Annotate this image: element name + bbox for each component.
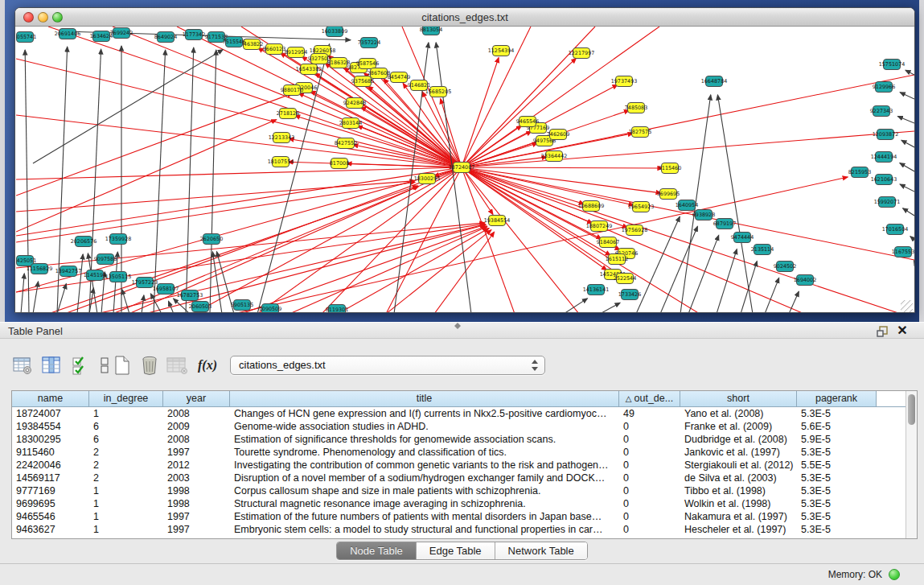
network-node[interactable]: 2135114 <box>751 245 774 255</box>
table-cell[interactable]: Disruption of a novel member of a sodium… <box>230 472 619 484</box>
network-node[interactable]: 9587546 <box>356 59 379 69</box>
network-node[interactable]: 8215953 <box>848 167 871 178</box>
new-table-icon[interactable] <box>111 354 133 377</box>
network-node[interactable]: 5905135 <box>231 300 253 311</box>
table-cell[interactable]: 5.3E-5 <box>797 497 877 510</box>
network-node[interactable]: 1177342 <box>183 30 205 40</box>
table-cell[interactable]: 5.3E-5 <box>797 407 877 420</box>
network-node[interactable]: 16782753 <box>177 290 203 301</box>
table-row[interactable]: 1872400712008Changes of HCN gene express… <box>12 407 906 420</box>
table-cell[interactable]: Stergiakouli et al. (2012) <box>680 459 797 472</box>
table-cell[interactable]: 14569117 <box>12 472 89 484</box>
network-node[interactable]: 12217997 <box>569 48 595 59</box>
table-cell[interactable]: 0 <box>619 510 680 523</box>
table-cell[interactable]: 1 <box>89 497 163 510</box>
network-node[interactable]: 17359928 <box>105 234 132 245</box>
network-node[interactable]: 7699242 <box>110 28 133 39</box>
network-graph[interactable]: 1872400718300295193845547463822866012389… <box>16 27 914 313</box>
table-row[interactable]: 911546021997Tourette syndrome. Phenomeno… <box>12 446 906 459</box>
network-node[interactable]: 7515546 <box>223 37 245 47</box>
network-node[interactable]: 8454749 <box>388 72 410 83</box>
table-cell[interactable]: 1998 <box>163 484 230 497</box>
network-node[interactable]: 8660123 <box>263 44 285 55</box>
table-cell[interactable]: 2003 <box>163 472 230 484</box>
column-header-pagerank[interactable]: pagerank <box>797 391 877 407</box>
table-cell[interactable]: 1997 <box>163 446 230 459</box>
network-node[interactable]: 4055741 <box>16 32 36 43</box>
network-node[interactable]: 2620650 <box>200 234 223 245</box>
table-row[interactable]: 946362711997Embryonic stem cells: a mode… <box>12 523 906 536</box>
table-cell[interactable]: Dudbridge et al. (2008) <box>680 433 797 446</box>
close-panel-icon[interactable]: ✕ <box>895 323 910 338</box>
table-cell[interactable]: 1 <box>89 523 163 536</box>
table-cell[interactable]: 5.3E-5 <box>797 523 877 536</box>
network-node[interactable]: 817008 <box>330 159 349 169</box>
table-cell[interactable]: 49 <box>619 407 680 420</box>
table-cell[interactable]: 2 <box>89 446 163 459</box>
table-cell[interactable]: Tourette syndrome. Phenomenology and cla… <box>230 446 619 459</box>
table-cell[interactable]: 0 <box>619 484 680 497</box>
table-cell[interactable]: 5.6E-5 <box>797 420 877 433</box>
table-cell[interactable]: 6 <box>89 433 163 446</box>
network-node[interactable]: 10688609 <box>578 201 605 212</box>
table-cell[interactable]: 0 <box>619 433 680 446</box>
network-node[interactable]: 1733426 <box>618 290 641 300</box>
table-row[interactable]: 977716911998Corpus callosum shape and si… <box>12 484 906 497</box>
network-node[interactable]: 8427552 <box>335 138 357 149</box>
table-cell[interactable]: Changes of HCN gene expression and I(f) … <box>230 407 619 420</box>
table-row[interactable]: 1938455462009Genome-wide association stu… <box>12 420 906 433</box>
network-node[interactable]: 9129966 <box>873 82 895 93</box>
table-cell[interactable]: 1 <box>89 510 163 523</box>
table-cell[interactable]: Structural magnetic resonance image aver… <box>230 497 619 510</box>
network-node[interactable]: 6938928 <box>692 210 715 220</box>
column-header-name[interactable]: name <box>12 391 89 407</box>
network-node[interactable]: 9097588 <box>94 254 117 265</box>
network-node[interactable]: 2060503 <box>189 302 211 312</box>
network-node[interactable]: 16033809 <box>322 27 348 37</box>
split-divider-handle[interactable] <box>453 322 464 328</box>
network-node[interactable]: 8119301 <box>326 305 348 314</box>
table-cell[interactable]: 2 <box>89 472 163 484</box>
network-node[interactable]: 17016504 <box>882 225 909 235</box>
network-node[interactable]: 19654923 <box>628 202 655 212</box>
table-cell[interactable]: Investigating the contribution of common… <box>230 459 619 472</box>
float-panel-icon[interactable] <box>876 325 889 338</box>
table-cell[interactable]: 9115460 <box>12 446 89 459</box>
table-cell[interactable]: 0 <box>619 523 680 536</box>
network-node[interactable]: 8813054 <box>420 27 442 35</box>
table-cell[interactable]: 5.3E-5 <box>797 446 877 459</box>
table-row[interactable]: 2242004622012Investigating the contribut… <box>12 459 906 472</box>
import-table-icon[interactable] <box>166 354 188 377</box>
network-node[interactable]: 16210643 <box>871 175 897 185</box>
network-node[interactable]: 2803144 <box>339 118 362 129</box>
table-cell[interactable]: de Silva et al. (2003) <box>680 472 797 484</box>
network-node[interactable]: 9474444 <box>731 233 754 243</box>
table-row[interactable]: 1456911722003Disruption of a novel membe… <box>12 472 906 484</box>
table-row[interactable]: 946554611997Estimation of the future num… <box>12 510 906 523</box>
network-node[interactable]: 1827575 <box>629 127 651 138</box>
table-cell[interactable]: Franke et al. (2009) <box>680 420 797 433</box>
network-node[interactable]: 13505115 <box>105 272 132 282</box>
network-node[interactable]: 14136141 <box>583 285 610 295</box>
network-node[interactable]: 1640954 <box>676 200 698 211</box>
network-node[interactable]: 1145194 <box>84 270 106 281</box>
table-cell[interactable]: 1 <box>89 484 163 497</box>
table-cell[interactable]: Corpus callosum shape and size in male p… <box>230 484 619 497</box>
network-node[interactable]: 15992071 <box>874 197 901 208</box>
table-cell[interactable]: Estimation of significance thresholds fo… <box>230 433 619 446</box>
network-node[interactable]: 1615112 <box>606 254 628 265</box>
network-node[interactable]: 18300295 <box>414 174 441 184</box>
tab-edge-table[interactable]: Edge Table <box>417 542 495 559</box>
column-header-short[interactable]: short <box>680 391 797 407</box>
network-node[interactable]: 9024502 <box>774 262 796 272</box>
table-cell[interactable]: Embryonic stem cells: a model to study s… <box>230 523 619 536</box>
network-node[interactable]: 9880170 <box>281 85 303 96</box>
column-header-out_de[interactable]: △out_de... <box>619 391 680 407</box>
table-cell[interactable]: 5.9E-5 <box>797 433 877 446</box>
network-node[interactable]: 20691406 <box>55 29 81 39</box>
network-node[interactable]: 18107554 <box>268 157 294 167</box>
network-node[interactable]: 1167553 <box>892 247 914 257</box>
table-row[interactable]: 969969511998Structural magnetic resonanc… <box>12 497 906 510</box>
network-node[interactable]: 9184067 <box>597 237 619 248</box>
table-cell[interactable]: 0 <box>619 472 680 484</box>
